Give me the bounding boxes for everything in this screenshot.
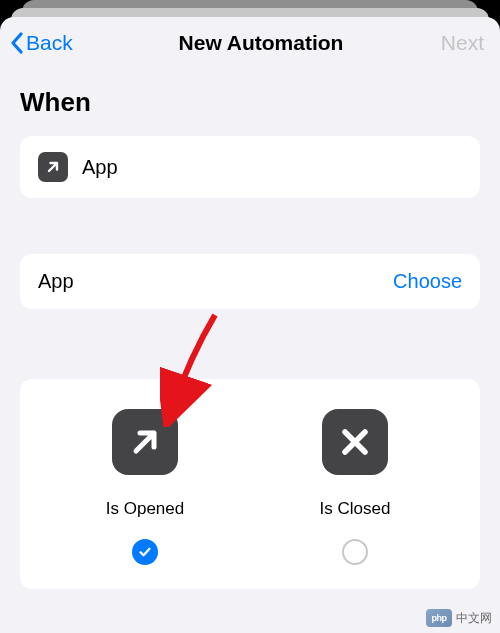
page-title: New Automation <box>98 31 424 55</box>
navigation-bar: Back New Automation Next <box>0 17 500 69</box>
trigger-label: App <box>82 156 118 179</box>
options-card: Is Opened Is Closed <box>20 379 480 589</box>
app-selector-card[interactable]: App Choose <box>20 254 480 309</box>
back-label: Back <box>26 31 73 55</box>
radio-opened[interactable] <box>132 539 158 565</box>
app-open-icon <box>38 152 68 182</box>
trigger-row: App <box>38 152 462 182</box>
option-closed-label: Is Closed <box>320 499 391 519</box>
option-is-closed[interactable]: Is Closed <box>250 409 460 565</box>
watermark-text: 中文网 <box>456 610 492 627</box>
chevron-left-icon <box>8 32 24 54</box>
next-button[interactable]: Next <box>424 31 484 55</box>
arrow-out-icon <box>112 409 178 475</box>
app-selector-row: App Choose <box>38 270 462 293</box>
option-is-opened[interactable]: Is Opened <box>40 409 250 565</box>
trigger-card[interactable]: App <box>20 136 480 198</box>
choose-link[interactable]: Choose <box>393 270 462 293</box>
watermark-logo-icon: php <box>426 609 452 627</box>
back-button[interactable]: Back <box>8 31 98 55</box>
option-opened-label: Is Opened <box>106 499 184 519</box>
modal-sheet: Back New Automation Next When App App Ch… <box>0 17 500 633</box>
content-area: When App App Choose <box>0 69 500 589</box>
radio-closed[interactable] <box>342 539 368 565</box>
app-selector-label: App <box>38 270 74 293</box>
watermark: php 中文网 <box>426 609 492 627</box>
section-header-when: When <box>20 87 480 118</box>
close-x-icon <box>322 409 388 475</box>
